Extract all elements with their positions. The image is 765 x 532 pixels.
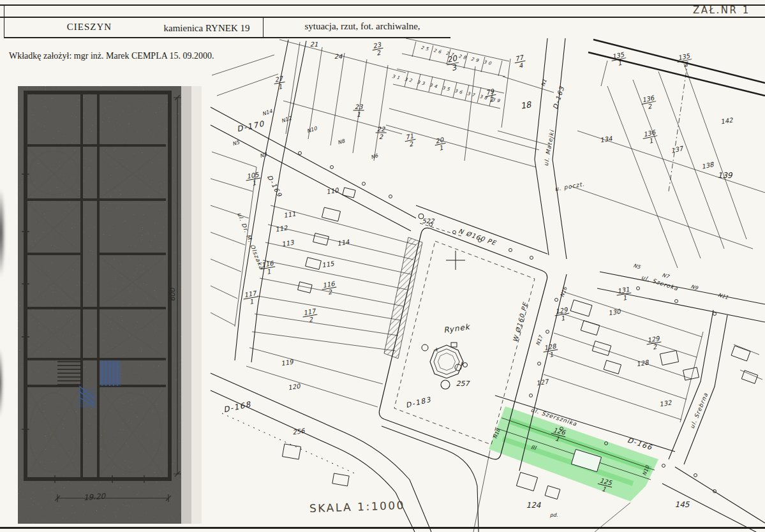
map-label: D-183: [405, 396, 432, 410]
map-label: 1362: [640, 94, 657, 111]
map-label: 1251: [596, 477, 614, 494]
map-label: 1161: [260, 260, 277, 277]
map-label: 1291: [554, 306, 571, 323]
map-label: N9: [690, 284, 698, 291]
map-label: 1351: [610, 50, 627, 68]
map-label: ul. Szersznika: [530, 407, 578, 427]
map-label: 24: [334, 54, 343, 60]
map-label: 115: [322, 260, 335, 269]
map-label: D-163: [552, 85, 565, 110]
map-label: N Ø160 PE: [457, 228, 497, 247]
map-label: 1162: [321, 280, 338, 297]
map-label: 232: [371, 41, 384, 57]
map-label: N7: [661, 272, 669, 279]
map-label: 1261: [549, 426, 567, 444]
map-label: 142: [720, 117, 734, 125]
map-label: N5: [632, 263, 641, 270]
map-label: 257: [456, 380, 470, 387]
map-label: 256: [292, 428, 305, 436]
map-label: N6: [370, 153, 378, 160]
map-label: 113: [281, 239, 295, 248]
map-label: D-168: [223, 401, 252, 414]
map-label: 1361: [641, 128, 658, 145]
map-label: k: [461, 362, 464, 367]
map-label: N16: [560, 286, 568, 298]
map-label: 18: [520, 100, 532, 110]
map-labels-layer: D-17027121242322312222037747921871220125…: [0, 0, 765, 532]
map-label: D-169: [266, 174, 283, 198]
map-label: N11: [717, 293, 729, 301]
map-label: 600: [169, 288, 176, 302]
map-label: 201: [433, 136, 447, 152]
map-label: pd.: [550, 513, 558, 518]
map-label: 1352: [676, 52, 693, 69]
map-label: N12: [281, 116, 292, 124]
map-label: 137: [671, 145, 684, 154]
map-label: 19.20: [83, 492, 105, 501]
map-label: ul. Matejki: [544, 129, 556, 166]
map-label: 1051: [245, 171, 262, 188]
map-label: N5: [232, 140, 240, 147]
map-label: 271: [273, 75, 286, 91]
map-label: W Ø160 PE: [512, 302, 529, 343]
map-label: 1281: [542, 343, 560, 360]
map-label: 127: [536, 378, 549, 387]
scanned-document-sheet: CIESZYN kamienica RYNEK 19 sytuacja, rzu…: [0, 0, 765, 532]
map-label: III: [530, 445, 537, 452]
map-label: D-166: [627, 436, 653, 451]
map-label: Rynek: [443, 323, 471, 334]
map-label: 132: [659, 399, 672, 408]
map-label: 231: [353, 103, 364, 118]
map-label: u. poczt.: [554, 181, 586, 192]
map-label: 522: [422, 218, 434, 225]
map-label: N8: [337, 138, 345, 145]
map-label: 124: [526, 501, 541, 509]
map-label: 1172: [302, 307, 319, 325]
map-label: N1: [540, 78, 547, 87]
map-label: 222: [376, 126, 387, 140]
map-label: N3: [259, 152, 267, 159]
map-label: N18: [493, 428, 501, 440]
map-label: 112: [275, 225, 288, 233]
map-label: 21: [310, 41, 318, 48]
map-label: 1311: [616, 286, 633, 303]
map-label: 128: [636, 359, 650, 367]
map-label: SKALA 1:1000: [309, 500, 405, 514]
map-label: 774: [513, 54, 526, 70]
map-label: 1292: [646, 335, 663, 352]
map-label: 138: [701, 161, 715, 170]
map-label: 120: [288, 383, 301, 391]
map-label: 145: [675, 501, 690, 508]
map-label: k: [435, 348, 438, 353]
map-label: 130: [608, 308, 621, 316]
map-label: 114: [337, 239, 350, 247]
map-label: N10: [306, 126, 318, 135]
map-label: ul. Srebrna: [690, 392, 709, 429]
map-label: 119: [281, 358, 294, 367]
map-label: N10: [642, 465, 650, 477]
map-label: D-170: [236, 120, 265, 133]
map-label: 139: [718, 172, 732, 179]
map-label: 134: [600, 135, 613, 144]
map-label: 110: [326, 187, 339, 195]
map-label: 712: [403, 132, 417, 149]
map-label: ul. Szeroka: [641, 274, 679, 292]
map-label: 1171: [242, 290, 260, 307]
map-label: N14: [262, 109, 273, 117]
map-label: 111: [283, 211, 297, 219]
